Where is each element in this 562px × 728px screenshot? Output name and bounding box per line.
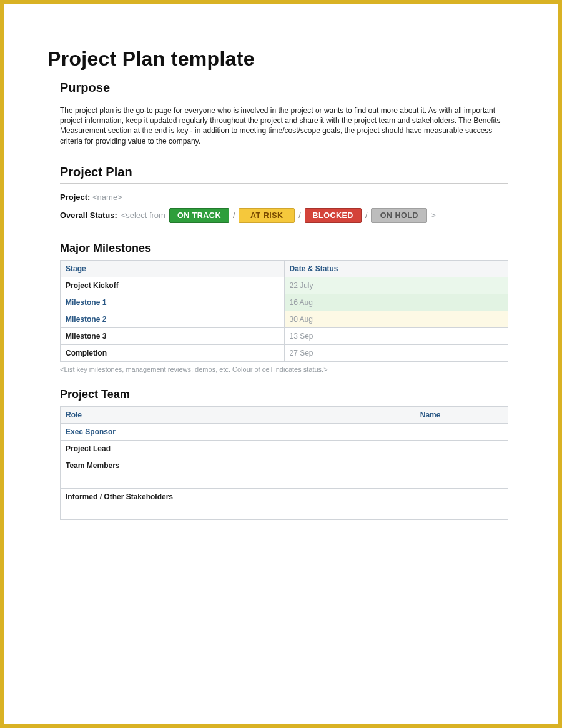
status-pill-at-risk[interactable]: AT RISK xyxy=(239,208,295,223)
milestone-date: 30 Aug xyxy=(284,311,508,327)
purpose-body: The project plan is the go-to page for e… xyxy=(60,106,508,146)
milestone-stage[interactable]: Milestone 1 xyxy=(61,294,285,311)
overall-status-close: > xyxy=(431,211,436,220)
milestone-date: 27 Sep xyxy=(284,344,508,361)
table-row: Informed / Other Stakeholders xyxy=(61,488,508,519)
milestones-heading: Major Milestones xyxy=(60,242,508,255)
milestone-stage: Completion xyxy=(61,344,285,361)
page-border: Project Plan template Purpose The projec… xyxy=(0,0,562,728)
team-heading: Project Team xyxy=(60,388,508,401)
status-row: Overall Status: <select from ON TRACK / … xyxy=(60,208,508,223)
document-inner: Project Plan template Purpose The projec… xyxy=(41,29,521,520)
team-name xyxy=(415,423,508,440)
milestones-note: <List key milestones, management reviews… xyxy=(60,366,508,373)
milestones-col-date: Date & Status xyxy=(284,260,508,277)
team-role[interactable]: Exec Sponsor xyxy=(61,423,415,440)
milestone-date: 13 Sep xyxy=(284,327,508,344)
table-row: Milestone 116 Aug xyxy=(61,294,508,311)
document-title: Project Plan template xyxy=(47,47,515,71)
milestone-stage: Milestone 3 xyxy=(61,327,285,344)
status-sep-3: / xyxy=(365,211,367,220)
project-label: Project: xyxy=(60,192,90,202)
table-row: Team Members xyxy=(61,457,508,488)
team-name xyxy=(415,457,508,488)
team-role: Informed / Other Stakeholders xyxy=(61,488,415,519)
plan-heading: Project Plan xyxy=(60,161,508,184)
project-placeholder: <name> xyxy=(92,192,122,202)
project-field: Project: <name> xyxy=(60,192,508,202)
status-pill-on-track[interactable]: ON TRACK xyxy=(169,208,229,223)
team-name xyxy=(415,488,508,519)
table-row: Exec Sponsor xyxy=(61,423,508,440)
plan-section: Project Plan Project: <name> Overall Sta… xyxy=(60,161,508,520)
team-role: Project Lead xyxy=(61,440,415,457)
table-row: Milestone 230 Aug xyxy=(61,311,508,327)
team-role: Team Members xyxy=(61,457,415,488)
milestone-date: 22 July xyxy=(284,277,508,294)
team-table: Role Name Exec SponsorProject LeadTeam M… xyxy=(60,406,508,520)
team-col-role: Role xyxy=(61,406,415,423)
table-row: Project Lead xyxy=(61,440,508,457)
overall-status-label: Overall Status: xyxy=(60,211,117,220)
milestones-col-stage: Stage xyxy=(61,260,285,277)
status-sep-2: / xyxy=(298,211,300,220)
milestones-table: Stage Date & Status Project Kickoff22 Ju… xyxy=(60,260,508,362)
overall-status-hint: <select from xyxy=(121,211,165,220)
table-row: Project Kickoff22 July xyxy=(61,277,508,294)
purpose-heading: Purpose xyxy=(60,77,508,99)
table-row: Completion27 Sep xyxy=(61,344,508,361)
milestone-stage[interactable]: Milestone 2 xyxy=(61,311,285,327)
milestone-date: 16 Aug xyxy=(284,294,508,311)
status-sep-1: / xyxy=(233,211,235,220)
team-col-name: Name xyxy=(415,406,508,423)
purpose-section: Purpose The project plan is the go-to pa… xyxy=(60,77,508,146)
milestone-stage: Project Kickoff xyxy=(61,277,285,294)
team-name xyxy=(415,440,508,457)
status-pill-blocked[interactable]: BLOCKED xyxy=(305,208,362,223)
status-pill-on-hold[interactable]: ON HOLD xyxy=(371,208,427,223)
table-row: Milestone 313 Sep xyxy=(61,327,508,344)
